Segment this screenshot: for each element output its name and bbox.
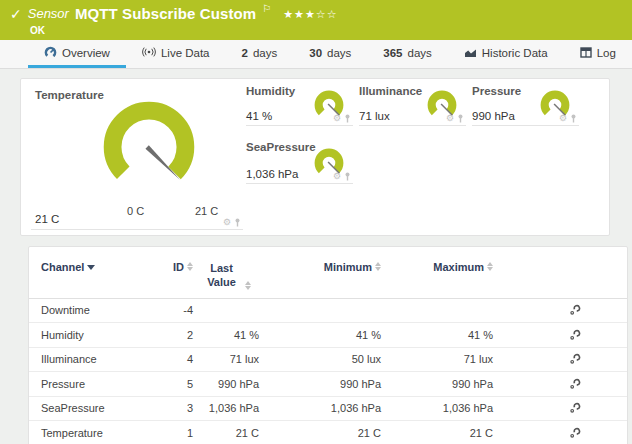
gauge-tile-pressure: Pressure 990 hPa ⚙ [472,85,579,126]
flag-icon[interactable]: ⚐ [262,0,271,19]
gauge-scale-min: 0 C [127,205,144,217]
channel-id: 5 [187,378,193,390]
gauge-icon [44,46,57,59]
table-header-row: Channel ID Last Value Minimum Maximum [29,247,627,299]
tab-log[interactable]: Log [564,40,632,68]
column-header-last-value[interactable]: Last Value [202,261,251,290]
tab-bar: Overview Live Data 2 days 30 days 365 da… [0,40,632,69]
pin-icon[interactable] [234,218,241,227]
sensor-title: MQTT Subscribe Custom [75,4,256,24]
sort-arrows-icon[interactable] [375,262,381,271]
gauge-label: Pressure [472,85,521,97]
sort-arrows-icon[interactable] [187,262,193,271]
gauge-value: 71 lux [359,110,390,122]
tab-365-days[interactable]: 365 days [367,40,447,68]
channel-gear-icon[interactable]: ⚙ [333,114,341,123]
tab-label: days [253,47,277,59]
sensor-header: ✓ Sensor MQTT Subscribe Custom ⚐ ★★★☆☆ O… [0,0,632,40]
tab-label: Live Data [161,47,210,59]
minimum-value: 50 lux [352,353,381,365]
tab-label: Log [597,47,616,59]
table-row: Pressure 5 990 hPa 990 hPa 990 hPa [29,372,627,397]
log-table-icon [580,47,592,58]
channel-gear-icon[interactable]: ⚙ [223,218,231,227]
tab-historic-data[interactable]: Historic Data [448,40,564,68]
tab-number: 2 [242,47,248,59]
channel-id: -4 [183,304,193,316]
table-row: Humidity 2 41 % 41 % 41 % [29,323,627,348]
channel-table-panel: Channel ID Last Value Minimum Maximum Do… [28,246,628,444]
channel-id: 1 [187,427,193,439]
channel-id: 3 [187,402,193,414]
tab-number: 30 [309,47,322,59]
maximum-value: 990 hPa [452,378,493,390]
sort-arrows-icon[interactable] [245,281,251,290]
column-header-id[interactable]: ID [173,261,193,273]
channel-name: Illuminance [41,353,153,365]
table-row: Downtime -4 [29,299,627,324]
table-row: Illuminance 4 71 lux 50 lux 71 lux [29,348,627,373]
channel-settings-wrench-icon[interactable] [569,353,627,365]
gauge-label: SeaPressure [246,141,316,153]
channel-settings-wrench-icon[interactable] [569,427,627,439]
maximum-value: 21 C [470,427,493,439]
column-header-maximum[interactable]: Maximum [433,261,493,273]
channel-gear-icon[interactable]: ⚙ [333,172,341,181]
gauge-value: 990 hPa [472,110,515,122]
gauge-tile-illuminance: Illuminance 71 lux ⚙ [359,85,466,126]
gauge-scale-max: 21 C [195,205,218,217]
column-header-channel[interactable]: Channel [41,261,153,273]
gauge-tile-seapressure: SeaPressure 1,036 hPa ⚙ [246,137,353,184]
gauge-tile-temperature: Temperature 0 C 21 C 21 C ⚙ [31,83,243,230]
channel-name: SeaPressure [41,402,153,414]
tab-label: Historic Data [482,47,548,59]
channel-settings-wrench-icon[interactable] [569,402,627,414]
minimum-value: 990 hPa [340,378,381,390]
status-badge: OK [30,25,622,36]
minimum-value: 41 % [356,329,381,341]
channel-name: Downtime [41,304,153,316]
tab-live-data[interactable]: Live Data [126,40,226,68]
gauge-value: 21 C [35,213,59,225]
column-header-minimum[interactable]: Minimum [324,261,381,273]
channel-gear-icon[interactable]: ⚙ [446,114,454,123]
channel-settings-wrench-icon[interactable] [569,378,627,390]
pin-icon[interactable] [344,172,351,181]
channel-name: Temperature [41,427,153,439]
sort-arrows-icon[interactable] [487,262,493,271]
last-value: 21 C [236,427,259,439]
gauge-value: 41 % [246,110,272,122]
status-check-icon: ✓ [10,4,22,24]
tab-30-days[interactable]: 30 days [293,40,367,68]
pin-icon[interactable] [457,114,464,123]
last-value: 41 % [234,329,259,341]
last-value: 71 lux [230,353,259,365]
tab-label: Overview [62,47,110,59]
minimum-value: 1,036 hPa [331,402,381,414]
area-chart-icon [464,47,477,58]
tab-label: days [408,47,432,59]
tab-overview[interactable]: Overview [28,40,126,68]
pin-icon[interactable] [344,114,351,123]
tab-2-days[interactable]: 2 days [226,40,294,68]
table-row: SeaPressure 3 1,036 hPa 1,036 hPa 1,036 … [29,397,627,422]
sort-caret-icon [87,265,95,270]
priority-stars[interactable]: ★★★☆☆ [283,4,337,24]
gauge-value: 1,036 hPa [246,168,298,180]
maximum-value: 1,036 hPa [443,402,493,414]
gauge-tile-humidity: Humidity 41 % ⚙ [246,85,353,126]
channel-id: 2 [187,329,193,341]
pin-icon[interactable] [570,114,577,123]
live-signal-icon [142,47,156,59]
maximum-value: 41 % [468,329,493,341]
last-value: 990 hPa [218,378,259,390]
maximum-value: 71 lux [464,353,493,365]
gauge-label: Humidity [246,85,295,97]
overview-gauges-panel: Temperature 0 C 21 C 21 C ⚙ Humidity 41 … [20,78,610,236]
channel-name: Pressure [41,378,153,390]
channel-settings-wrench-icon[interactable] [569,329,627,341]
channel-gear-icon[interactable]: ⚙ [559,114,567,123]
table-row: Temperature 1 21 C 21 C 21 C [29,421,627,444]
channel-id: 4 [187,353,193,365]
channel-settings-wrench-icon[interactable] [569,304,627,316]
